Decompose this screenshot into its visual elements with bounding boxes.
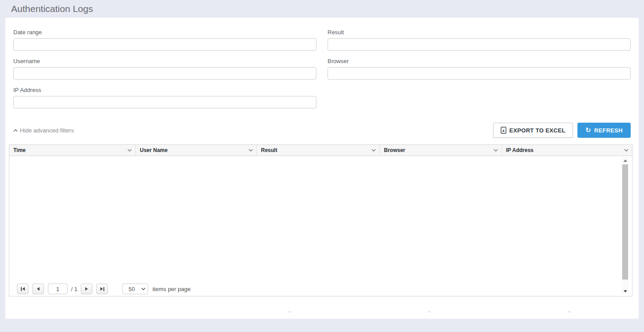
column-header-browser-label: Browser: [384, 147, 405, 153]
hide-advanced-filters-label: Hide advanced filters: [20, 127, 74, 134]
last-page-button[interactable]: [96, 284, 108, 294]
date-range-label: Date range: [13, 29, 316, 36]
chevron-down-icon[interactable]: [624, 149, 628, 152]
chevron-down-icon[interactable]: [371, 149, 376, 152]
column-header-result-label: Result: [261, 147, 277, 153]
content-panel: Date range Username IP Address Result Br…: [5, 18, 639, 319]
next-page-button[interactable]: [81, 284, 92, 294]
refresh-label: REFRESH: [594, 127, 623, 134]
refresh-icon: ↻: [585, 127, 591, 134]
svg-text:x: x: [502, 128, 504, 133]
page-header: Authentication Logs: [0, 0, 644, 18]
scrollbar-thumb[interactable]: [622, 164, 628, 280]
scrollbar-down-button[interactable]: [621, 288, 629, 295]
grid-pager: / 1 50 items per page: [9, 282, 632, 296]
browser-label: Browser: [328, 58, 631, 64]
field-username: Username: [13, 58, 316, 80]
column-header-time-label: Time: [13, 147, 26, 153]
items-per-page-label: items per page: [152, 286, 190, 292]
column-header-ip-address-label: IP Address: [506, 147, 533, 153]
chevron-down-icon[interactable]: [127, 149, 132, 152]
grid-body-empty: [9, 156, 632, 282]
grid-vertical-scrollbar[interactable]: [621, 157, 629, 295]
filter-form: Date range Username IP Address Result Br…: [5, 18, 639, 116]
scrollbar-track[interactable]: [621, 164, 629, 288]
last-page-icon: [100, 287, 103, 291]
chevron-down-icon[interactable]: [249, 149, 253, 152]
hide-advanced-filters-toggle[interactable]: Hide advanced filters: [13, 127, 74, 134]
page-size-select[interactable]: 50: [122, 284, 148, 294]
faint-mark: [428, 311, 431, 312]
column-header-result[interactable]: Result: [257, 145, 380, 156]
filter-column-right: Result Browser: [328, 29, 631, 116]
export-to-excel-button[interactable]: x EXPORT TO EXCEL: [493, 123, 573, 138]
username-input[interactable]: [13, 67, 316, 80]
toolbar-row: Hide advanced filters x EXPORT TO EXCEL …: [5, 123, 639, 138]
result-label: Result: [328, 29, 631, 36]
excel-file-icon: x: [501, 127, 506, 134]
date-range-input[interactable]: [13, 38, 316, 51]
page-total-label: / 1: [71, 286, 77, 292]
faint-mark: [288, 311, 291, 312]
filter-column-left: Date range Username IP Address: [13, 29, 316, 116]
column-header-user-name-label: User Name: [140, 147, 168, 153]
refresh-button[interactable]: ↻ REFRESH: [577, 123, 631, 138]
field-browser: Browser: [328, 58, 631, 80]
field-date-range: Date range: [13, 29, 316, 51]
browser-input[interactable]: [328, 67, 631, 80]
caret-up-icon: [13, 129, 18, 132]
auth-logs-grid: Time User Name Result Browser: [9, 144, 632, 296]
column-header-user-name[interactable]: User Name: [136, 145, 257, 156]
next-page-icon: [85, 287, 88, 291]
ip-address-label: IP Address: [13, 87, 316, 93]
first-page-button[interactable]: [17, 284, 28, 294]
grid-header: Time User Name Result Browser: [9, 145, 632, 156]
field-ip-address: IP Address: [13, 87, 316, 108]
scroll-down-icon: [624, 290, 627, 292]
previous-page-icon: [37, 287, 40, 291]
column-header-browser[interactable]: Browser: [380, 145, 502, 156]
toolbar-buttons: x EXPORT TO EXCEL ↻ REFRESH: [493, 123, 631, 138]
previous-page-button[interactable]: [32, 284, 44, 294]
result-input[interactable]: [328, 38, 631, 51]
scroll-up-icon: [624, 160, 627, 162]
first-page-icon: [21, 287, 22, 291]
ip-address-input[interactable]: [13, 96, 316, 108]
page-title: Authentication Logs: [11, 4, 93, 14]
chevron-down-icon[interactable]: [494, 149, 498, 152]
page-number-input[interactable]: [48, 284, 67, 294]
page-size-select-wrap: 50: [122, 284, 148, 294]
export-to-excel-label: EXPORT TO EXCEL: [510, 127, 565, 134]
field-result: Result: [328, 29, 631, 51]
column-header-ip-address[interactable]: IP Address: [502, 145, 632, 156]
column-header-time[interactable]: Time: [9, 145, 136, 156]
username-label: Username: [13, 58, 316, 64]
scrollbar-up-button[interactable]: [621, 157, 629, 164]
faint-mark: [568, 311, 570, 312]
